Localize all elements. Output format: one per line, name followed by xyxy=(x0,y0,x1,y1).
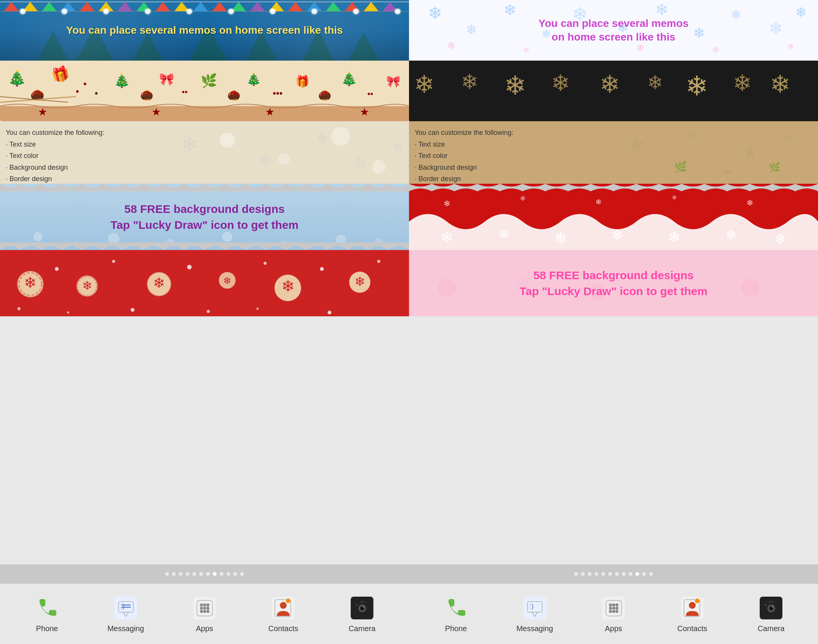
right-content: ❄ ❄ ❄ ❄ ❄ ❄ ❄ ❄ ❄ ❄ ❄ ❄ ❄ ❄ ❄ ❄ You can … xyxy=(409,0,818,564)
right-nav-apps[interactable]: Apps xyxy=(595,595,632,633)
svg-rect-99 xyxy=(0,250,409,316)
r-dot-9[interactable] xyxy=(629,572,632,576)
svg-point-24 xyxy=(19,8,27,15)
svg-point-84 xyxy=(278,153,290,165)
svg-text:🎄: 🎄 xyxy=(114,73,130,89)
svg-text:•••: ••• xyxy=(723,167,732,176)
svg-point-224 xyxy=(765,604,766,606)
right-customize-text: You can customize the following: · Text … xyxy=(415,127,514,184)
svg-text:🎄: 🎄 xyxy=(8,69,27,87)
r-dot-6[interactable] xyxy=(608,572,612,576)
left-pagination xyxy=(0,564,409,583)
r-dot-1[interactable] xyxy=(574,572,578,576)
svg-point-136 xyxy=(203,606,206,610)
right-customize-item-3: · Background design xyxy=(415,162,514,174)
svg-text:❄: ❄ xyxy=(795,5,807,20)
customize-item-3: · Background design xyxy=(6,162,105,174)
dot-1[interactable] xyxy=(165,572,169,576)
r-dot-12[interactable] xyxy=(649,572,653,576)
left-nav-apps[interactable]: Apps xyxy=(186,595,223,633)
svg-point-208 xyxy=(612,603,615,606)
svg-rect-72 xyxy=(0,106,409,121)
r-phone-icon xyxy=(443,595,469,621)
dot-2[interactable] xyxy=(172,572,176,576)
svg-point-114 xyxy=(55,267,59,271)
svg-text:🌰: 🌰 xyxy=(140,89,153,101)
dot-12[interactable] xyxy=(240,572,244,576)
svg-text:🌿: 🌿 xyxy=(769,161,781,173)
svg-text:🎀: 🎀 xyxy=(386,75,401,88)
r-dot-11[interactable] xyxy=(642,572,646,576)
right-free-text: 58 FREE background designsTap "Lucky Dra… xyxy=(520,267,707,299)
svg-point-207 xyxy=(609,603,612,606)
r-messaging-icon: :) xyxy=(521,595,548,621)
svg-text:❄: ❄ xyxy=(595,198,602,206)
r-dot-10[interactable] xyxy=(635,572,639,576)
svg-text:★: ★ xyxy=(151,106,161,118)
svg-text:❄: ❄ xyxy=(466,22,477,37)
dot-11[interactable] xyxy=(233,572,237,576)
svg-text:❄: ❄ xyxy=(647,72,663,93)
r-dot-2[interactable] xyxy=(581,572,585,576)
svg-text:🌰: 🌰 xyxy=(318,89,331,101)
customize-item-2: · Text color xyxy=(6,150,105,162)
svg-text:•: • xyxy=(95,88,98,98)
dot-9[interactable] xyxy=(220,572,223,576)
svg-point-38 xyxy=(311,8,318,15)
dot-10[interactable] xyxy=(226,572,230,576)
dot-5[interactable] xyxy=(192,572,196,576)
left-messaging-label: Messaging xyxy=(108,624,144,633)
dot-4[interactable] xyxy=(186,572,189,576)
blue-banner-text: You can place several memos on home scre… xyxy=(59,23,351,37)
left-nav-camera[interactable]: Camera xyxy=(343,595,381,633)
dot-7[interactable] xyxy=(206,572,210,576)
contacts-icon xyxy=(270,595,297,621)
right-nav-contacts[interactable]: Contacts xyxy=(673,595,711,633)
svg-text:❄: ❄ xyxy=(354,274,365,289)
dot-6[interactable] xyxy=(199,572,203,576)
svg-point-140 xyxy=(206,610,209,613)
dot-3[interactable] xyxy=(179,572,183,576)
right-nav-camera[interactable]: Camera xyxy=(752,595,790,633)
svg-text:★: ★ xyxy=(742,143,758,163)
r-dot-7[interactable] xyxy=(615,572,619,576)
svg-point-213 xyxy=(609,610,612,613)
svg-text:❄: ❄ xyxy=(520,195,526,202)
r-dot-4[interactable] xyxy=(595,572,598,576)
right-nav-phone[interactable]: Phone xyxy=(437,595,475,633)
messaging-icon: :) xyxy=(112,595,139,621)
svg-text:❄: ❄ xyxy=(76,198,84,208)
svg-point-124 xyxy=(256,308,259,310)
left-nav-contacts[interactable]: Contacts xyxy=(264,595,302,633)
svg-point-139 xyxy=(203,610,206,613)
svg-point-135 xyxy=(200,606,203,610)
r-dot-8[interactable] xyxy=(622,572,626,576)
svg-text:❄: ❄ xyxy=(523,45,529,55)
left-nav-messaging[interactable]: :) Messaging xyxy=(107,595,145,633)
svg-text:❄: ❄ xyxy=(498,227,509,241)
svg-point-26 xyxy=(61,8,68,15)
svg-text:❄: ❄ xyxy=(731,8,741,22)
svg-text:🌰: 🌰 xyxy=(227,89,240,101)
right-nav-messaging[interactable]: :) Messaging xyxy=(516,595,554,633)
svg-point-133 xyxy=(203,603,206,606)
svg-text:❄: ❄ xyxy=(685,71,708,101)
left-bottom-nav: Phone :) Messaging xyxy=(0,583,409,644)
left-apps-label: Apps xyxy=(196,624,213,633)
svg-text:🌿: 🌿 xyxy=(201,73,217,89)
svg-text:★: ★ xyxy=(360,106,369,118)
customize-item-1: · Text size xyxy=(6,139,105,150)
svg-point-42 xyxy=(394,8,401,15)
svg-text:❄: ❄ xyxy=(82,279,92,292)
r-dot-3[interactable] xyxy=(588,572,592,576)
svg-text:🎄: 🎄 xyxy=(341,71,357,87)
svg-point-138 xyxy=(200,610,203,613)
svg-text:❄: ❄ xyxy=(447,40,456,52)
right-pagination xyxy=(409,564,818,583)
left-nav-phone[interactable]: Phone xyxy=(28,595,66,633)
right-customize-title: You can customize the following: xyxy=(415,127,514,139)
r-dot-5[interactable] xyxy=(601,572,605,576)
dot-8[interactable] xyxy=(213,572,217,576)
camera-icon xyxy=(349,595,375,621)
right-panel-free-pink: 58 FREE background designsTap "Lucky Dra… xyxy=(409,250,818,316)
